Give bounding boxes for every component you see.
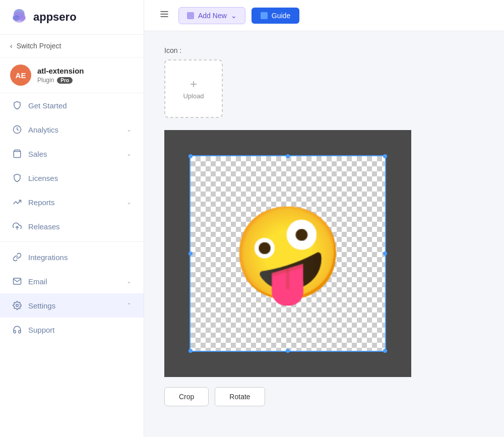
upload-icon xyxy=(12,221,22,231)
cart-icon xyxy=(12,149,22,159)
nav-divider xyxy=(0,241,144,242)
sidebar-item-get-started[interactable]: Get Started xyxy=(0,93,144,117)
crop-image: 🤪 xyxy=(191,156,385,351)
chevron-down-icon: ⌄ xyxy=(127,278,132,285)
sidebar-item-label: Support xyxy=(28,326,55,334)
sidebar-item-licenses[interactable]: Licenses xyxy=(0,166,144,190)
add-new-label: Add New xyxy=(198,12,227,20)
crop-area: 🤪 xyxy=(164,130,411,377)
upload-box[interactable]: + Upload xyxy=(164,59,223,118)
project-type: Plugin xyxy=(37,77,54,84)
add-new-square-icon xyxy=(187,12,194,19)
project-details: atl-extension Plugin Pro xyxy=(37,67,84,84)
sidebar-item-email[interactable]: Email ⌄ xyxy=(0,269,144,293)
chevron-left-icon: ‹ xyxy=(10,42,13,50)
link-icon xyxy=(12,252,22,262)
crop-handle-top-left[interactable] xyxy=(188,154,193,158)
sidebar-item-label: Reports xyxy=(28,198,55,207)
shield-icon xyxy=(12,100,22,110)
upload-plus-icon: + xyxy=(190,78,197,90)
sidebar-item-analytics[interactable]: Analytics ⌄ xyxy=(0,117,144,142)
crop-handle-mid-right[interactable] xyxy=(383,252,387,256)
crop-handle-mid-left[interactable] xyxy=(188,252,193,256)
crop-handle-top-mid[interactable] xyxy=(286,154,290,158)
guide-book-icon xyxy=(261,12,268,19)
action-buttons: Crop Rotate xyxy=(164,387,484,406)
sidebar-item-settings[interactable]: Settings ⌃ xyxy=(0,293,144,318)
sidebar-item-label: Settings xyxy=(28,301,55,310)
sidebar-logo-area: appsero xyxy=(0,0,144,35)
crop-handle-bottom-right[interactable] xyxy=(383,349,387,353)
sidebar-item-label: Get Started xyxy=(28,101,67,110)
sidebar-item-label: Sales xyxy=(28,150,47,158)
pro-badge: Pro xyxy=(57,77,73,84)
sidebar-item-releases[interactable]: Releases xyxy=(0,214,144,238)
add-new-button[interactable]: Add New ⌄ xyxy=(178,7,245,24)
dropdown-arrow-icon: ⌄ xyxy=(231,12,237,20)
gear-icon xyxy=(12,300,22,310)
appsero-logo-icon xyxy=(10,8,28,26)
chevron-down-icon: ⌄ xyxy=(127,150,132,157)
chevron-down-icon: ⌄ xyxy=(127,126,132,133)
upload-label: Upload xyxy=(183,92,204,100)
crop-handle-bottom-mid[interactable] xyxy=(286,349,290,353)
switch-project-button[interactable]: ‹ Switch Project xyxy=(0,35,144,57)
chevron-up-icon: ⌃ xyxy=(127,302,132,309)
topbar: Add New ⌄ Guide xyxy=(144,0,504,31)
project-meta: Plugin Pro xyxy=(37,77,84,84)
switch-project-label: Switch Project xyxy=(17,42,61,50)
main-content: Add New ⌄ Guide Icon : + Upload 🤪 xyxy=(144,0,504,437)
sidebar-item-label: Email xyxy=(28,277,47,286)
crop-image-container[interactable]: 🤪 xyxy=(190,155,386,352)
sidebar-item-label: Analytics xyxy=(28,126,58,134)
sidebar-item-sales[interactable]: Sales ⌄ xyxy=(0,142,144,166)
rotate-button[interactable]: Rotate xyxy=(215,387,265,406)
project-name: atl-extension xyxy=(37,67,84,75)
content-area: Icon : + Upload 🤪 Crop xyxy=(144,31,504,437)
sidebar-item-reports[interactable]: Reports ⌄ xyxy=(0,190,144,214)
main-nav: Get Started Analytics ⌄ xyxy=(0,93,144,437)
app-name: appsero xyxy=(33,11,77,24)
chevron-down-icon: ⌄ xyxy=(127,199,132,206)
menu-toggle-button[interactable] xyxy=(156,6,172,25)
svg-point-7 xyxy=(16,304,19,307)
icon-label: Icon : xyxy=(164,46,484,54)
guide-label: Guide xyxy=(272,12,290,20)
shield2-icon xyxy=(12,173,22,183)
crop-button[interactable]: Crop xyxy=(164,387,209,406)
sidebar-item-integrations[interactable]: Integrations xyxy=(0,245,144,269)
sidebar-item-label: Integrations xyxy=(28,253,68,262)
avatar: AE xyxy=(10,65,31,86)
chart-icon xyxy=(12,124,22,135)
crop-handle-bottom-left[interactable] xyxy=(188,349,193,353)
sidebar: appsero ‹ Switch Project AE atl-extensio… xyxy=(0,0,144,437)
svg-point-3 xyxy=(18,15,25,21)
trending-icon xyxy=(12,197,22,207)
sidebar-item-label: Releases xyxy=(28,222,60,231)
project-info: AE atl-extension Plugin Pro xyxy=(0,57,144,93)
sidebar-item-support[interactable]: Support xyxy=(0,318,144,342)
headset-icon xyxy=(12,325,22,335)
sidebar-item-label: Licenses xyxy=(28,174,58,182)
crop-handle-top-right[interactable] xyxy=(383,154,387,158)
mail-icon xyxy=(12,276,22,286)
guide-button[interactable]: Guide xyxy=(251,8,299,24)
